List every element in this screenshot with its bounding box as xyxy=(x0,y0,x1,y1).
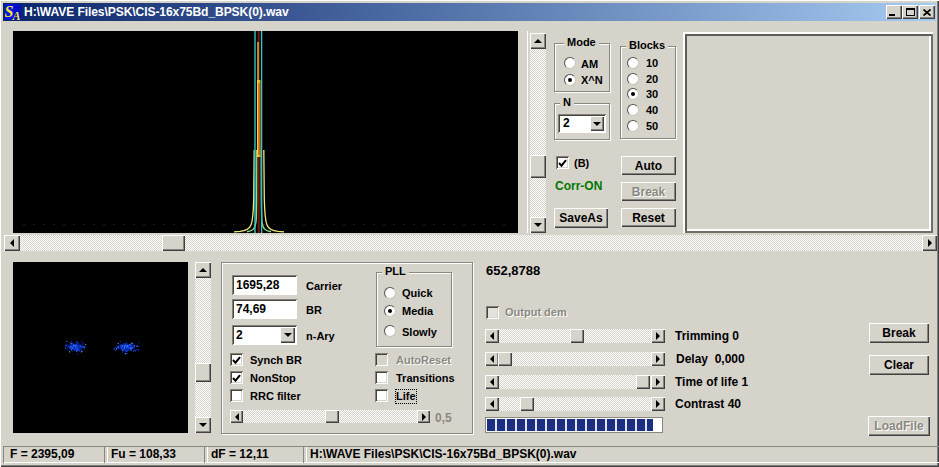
svg-text:A: A xyxy=(12,9,21,21)
